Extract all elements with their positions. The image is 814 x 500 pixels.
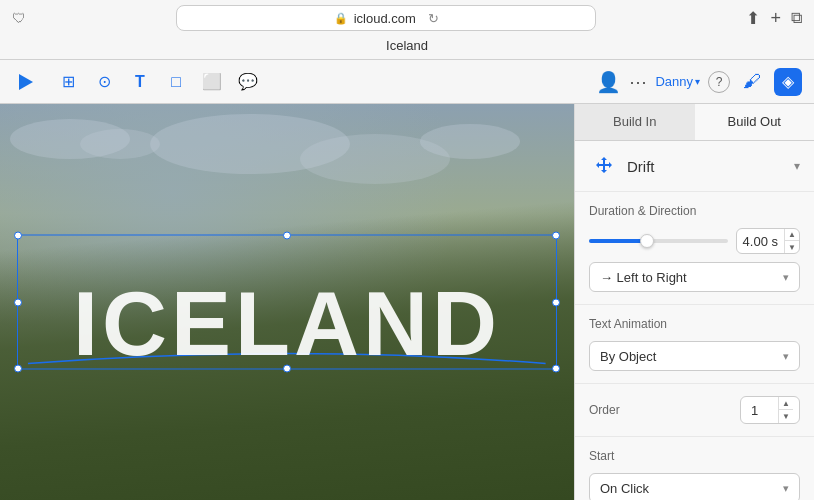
order-down[interactable]: ▼ — [779, 410, 793, 423]
tab-title: Iceland — [386, 38, 428, 53]
order-row: Order 1 ▲ ▼ — [589, 396, 800, 424]
new-tab-icon[interactable]: + — [770, 8, 781, 29]
start-value: On Click — [600, 481, 649, 496]
tab-build-in[interactable]: Build In — [575, 104, 695, 140]
order-up[interactable]: ▲ — [779, 397, 793, 410]
slider-fill — [589, 239, 647, 243]
canvas-text[interactable]: ICELAND — [73, 273, 501, 376]
paint-button[interactable]: 🖌 — [738, 68, 766, 96]
table-icon[interactable]: ⊞ — [52, 68, 84, 96]
animation-chevron-icon[interactable]: ▾ — [794, 159, 800, 173]
direction-chevron-icon: ▾ — [783, 271, 789, 284]
animation-name-label: Drift — [627, 158, 786, 175]
handle-mr[interactable] — [552, 298, 560, 306]
duration-slider[interactable] — [589, 239, 728, 243]
image-icon[interactable]: ⬜ — [196, 68, 228, 96]
play-button[interactable] — [12, 68, 40, 96]
more-icon[interactable]: ⋯ — [629, 71, 647, 93]
refresh-icon[interactable]: ↻ — [428, 11, 439, 26]
address-bar[interactable]: 🔒 icloud.com ↻ — [176, 5, 596, 31]
browser-actions: ⬆ + ⧉ — [746, 8, 802, 29]
text-animation-value: By Object — [600, 349, 656, 364]
collaborator-icon[interactable]: 👤 — [596, 70, 621, 94]
help-button[interactable]: ? — [708, 71, 730, 93]
duration-slider-row: 4.00 s ▲ ▼ — [589, 228, 800, 254]
handle-tl[interactable] — [14, 232, 22, 240]
comment-icon[interactable]: 💬 — [232, 68, 264, 96]
text-anim-chevron-icon: ▾ — [783, 350, 789, 363]
tabs-icon[interactable]: ⧉ — [791, 9, 802, 27]
address-text: icloud.com — [354, 11, 416, 26]
text-animation-section: Text Animation By Object ▾ — [575, 305, 814, 384]
main-area: ICELAND Build In Build Out Drift ▾ — [0, 104, 814, 500]
lock-icon: 🔒 — [334, 12, 348, 25]
text-icon[interactable]: T — [124, 68, 156, 96]
handle-tm[interactable] — [283, 232, 291, 240]
order-section: Order 1 ▲ ▼ — [575, 384, 814, 437]
duration-down[interactable]: ▼ — [785, 241, 799, 254]
shield-icon: 🛡 — [12, 10, 26, 26]
direction-label: → Left to Right — [600, 270, 687, 285]
right-panel: Build In Build Out Drift ▾ Duration & Di… — [574, 104, 814, 500]
duration-input[interactable]: 4.00 s ▲ ▼ — [736, 228, 800, 254]
order-title: Order — [589, 403, 620, 417]
user-name: Danny — [655, 74, 693, 89]
tab-build-out[interactable]: Build Out — [695, 104, 815, 140]
direction-dropdown[interactable]: → Left to Right ▾ — [589, 262, 800, 292]
drift-icon — [589, 151, 619, 181]
handle-ml[interactable] — [14, 298, 22, 306]
user-button[interactable]: Danny ▾ — [655, 74, 700, 89]
toolbar-tools: ⊞ ⊙ T □ ⬜ 💬 — [52, 68, 596, 96]
shape-icon[interactable]: □ — [160, 68, 192, 96]
start-dropdown[interactable]: On Click ▾ — [589, 473, 800, 500]
start-title: Start — [589, 449, 800, 463]
panel-tabs: Build In Build Out — [575, 104, 814, 141]
share-icon[interactable]: ⬆ — [746, 8, 760, 29]
order-spinners: ▲ ▼ — [778, 397, 793, 423]
duration-value: 4.00 s — [737, 234, 784, 249]
text-animation-title: Text Animation — [589, 317, 800, 331]
duration-section: Duration & Direction 4.00 s ▲ ▼ — [575, 192, 814, 305]
text-animation-dropdown[interactable]: By Object ▾ — [589, 341, 800, 371]
canvas-background: ICELAND — [0, 104, 574, 500]
play-icon — [19, 74, 33, 90]
duration-section-title: Duration & Direction — [589, 204, 800, 218]
panel-content: Drift ▾ Duration & Direction 4.00 s ▲ — [575, 141, 814, 500]
order-value: 1 — [751, 403, 758, 418]
duration-up[interactable]: ▲ — [785, 228, 799, 241]
start-section: Start On Click ▾ — [575, 437, 814, 500]
slider-thumb[interactable] — [640, 234, 654, 248]
animate-button[interactable]: ◈ — [774, 68, 802, 96]
duration-spinners: ▲ ▼ — [784, 228, 799, 254]
toolbar-right: 👤 ⋯ Danny ▾ ? 🖌 ◈ — [596, 68, 802, 96]
animation-name-row[interactable]: Drift ▾ — [575, 141, 814, 192]
order-input[interactable]: 1 ▲ ▼ — [740, 396, 800, 424]
user-chevron-icon: ▾ — [695, 76, 700, 87]
app-toolbar: ⊞ ⊙ T □ ⬜ 💬 👤 ⋯ Danny ▾ ? 🖌 ◈ — [0, 60, 814, 104]
handle-tr[interactable] — [552, 232, 560, 240]
start-chevron-icon: ▾ — [783, 482, 789, 495]
chart-icon[interactable]: ⊙ — [88, 68, 120, 96]
canvas-area[interactable]: ICELAND — [0, 104, 574, 500]
